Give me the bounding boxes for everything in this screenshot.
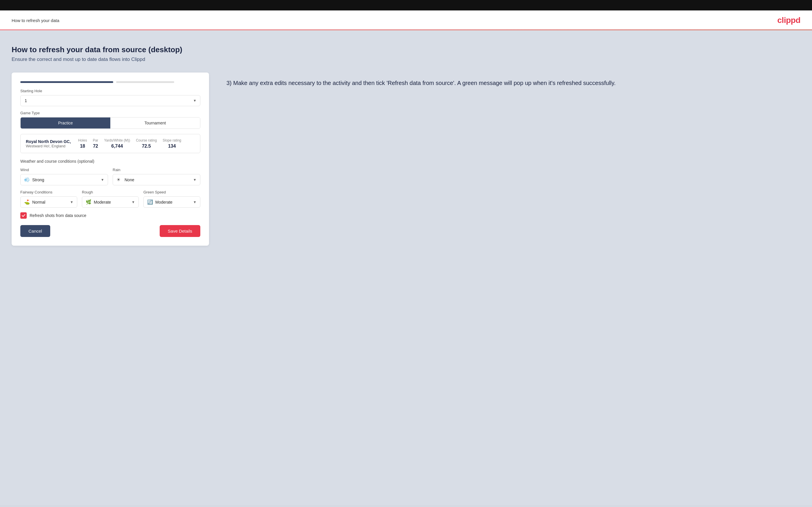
slope-rating-label: Slope rating (163, 138, 181, 143)
main-content: How to refresh your data from source (de… (0, 31, 812, 506)
course-rating-value: 72.5 (142, 144, 151, 149)
header-title: How to refresh your data (12, 18, 59, 23)
fairway-select[interactable]: Normal Soft Hard (32, 200, 73, 205)
page-subheading: Ensure the correct and most up to date d… (12, 57, 800, 62)
wind-icon: 💨 (24, 177, 30, 182)
fairway-group: Fairway Conditions ⛳ Normal Soft Hard ▼ (20, 190, 77, 208)
form-card: Starting Hole 1 10 ▼ Game Type Practice … (12, 72, 209, 246)
header: How to refresh your data clippd (0, 10, 812, 31)
stat-par: Par 72 (93, 138, 98, 149)
rough-select-wrapper[interactable]: 🌿 Moderate Light Heavy ▼ (82, 196, 139, 208)
wind-group: Wind 💨 Strong Light None ▼ (20, 168, 108, 185)
tournament-button[interactable]: Tournament (110, 117, 200, 128)
tab-stubs (20, 81, 200, 83)
rough-icon: 🌿 (86, 199, 92, 205)
green-speed-icon: 🔄 (147, 199, 153, 205)
stat-course-rating: Course rating 72.5 (136, 138, 157, 149)
rain-select-wrapper[interactable]: ☀ None Light Heavy ▼ (113, 174, 200, 185)
conditions-section-title: Weather and course conditions (optional) (20, 159, 200, 164)
save-button[interactable]: Save Details (160, 225, 200, 237)
fairway-rough-green-row: Fairway Conditions ⛳ Normal Soft Hard ▼ … (20, 190, 200, 208)
course-location: Westward Ho!, England (26, 144, 72, 148)
rough-label: Rough (82, 190, 139, 194)
starting-hole-select[interactable]: 1 10 (25, 98, 196, 103)
game-type-row: Game Type Practice Tournament (20, 111, 200, 129)
practice-button[interactable]: Practice (20, 117, 110, 128)
starting-hole-select-wrapper[interactable]: 1 10 ▼ (20, 95, 200, 106)
holes-label: Holes (78, 138, 87, 143)
course-stats: Holes 18 Par 72 Yards/White (M)) 6,744 C… (78, 138, 195, 149)
yards-label: Yards/White (M)) (104, 138, 130, 143)
rough-group: Rough 🌿 Moderate Light Heavy ▼ (82, 190, 139, 208)
par-value: 72 (93, 144, 98, 149)
rain-label: Rain (113, 168, 200, 172)
refresh-row: Refresh shots from data source (20, 212, 200, 219)
tab-stub-active (20, 81, 113, 83)
content-layout: Starting Hole 1 10 ▼ Game Type Practice … (12, 72, 800, 246)
rain-icon: ☀ (116, 177, 122, 182)
green-speed-select[interactable]: Moderate Slow Fast (155, 200, 197, 205)
fairway-icon: ⛳ (24, 199, 30, 205)
course-name: Royal North Devon GC, (26, 139, 72, 144)
rough-select[interactable]: Moderate Light Heavy (94, 200, 135, 205)
game-type-label: Game Type (20, 111, 200, 115)
course-name-location: Royal North Devon GC, Westward Ho!, Engl… (26, 139, 72, 148)
fairway-label: Fairway Conditions (20, 190, 77, 194)
top-bar (0, 0, 812, 10)
green-speed-label: Green Speed (143, 190, 200, 194)
checkmark-icon (21, 214, 26, 218)
footer: Copyright Clippd 2022 (0, 506, 812, 507)
refresh-label: Refresh shots from data source (30, 213, 86, 218)
green-speed-group: Green Speed 🔄 Moderate Slow Fast ▼ (143, 190, 200, 208)
slope-rating-value: 134 (168, 144, 176, 149)
logo: clippd (777, 16, 800, 25)
course-info-box: Royal North Devon GC, Westward Ho!, Engl… (20, 134, 200, 153)
holes-value: 18 (80, 144, 85, 149)
yards-value: 6,744 (111, 144, 123, 149)
rain-select[interactable]: None Light Heavy (124, 177, 197, 182)
starting-hole-label: Starting Hole (20, 89, 200, 93)
game-type-group: Game Type Practice Tournament (20, 111, 200, 129)
stat-slope-rating: Slope rating 134 (163, 138, 181, 149)
refresh-checkbox[interactable] (20, 212, 27, 219)
wind-select-wrapper[interactable]: 💨 Strong Light None ▼ (20, 174, 108, 185)
button-row: Cancel Save Details (20, 225, 200, 237)
wind-select[interactable]: Strong Light None (32, 177, 104, 182)
green-speed-select-wrapper[interactable]: 🔄 Moderate Slow Fast ▼ (143, 196, 200, 208)
fairway-select-wrapper[interactable]: ⛳ Normal Soft Hard ▼ (20, 196, 77, 208)
par-label: Par (93, 138, 98, 143)
course-rating-label: Course rating (136, 138, 157, 143)
stat-holes: Holes 18 (78, 138, 87, 149)
starting-hole-group: Starting Hole 1 10 ▼ (20, 89, 200, 106)
stat-yards: Yards/White (M)) 6,744 (104, 138, 130, 149)
tab-stub-inactive (116, 81, 174, 83)
game-type-toggle: Practice Tournament (20, 117, 200, 129)
page-heading: How to refresh your data from source (de… (12, 45, 800, 54)
wind-rain-row: Wind 💨 Strong Light None ▼ Rain ☀ (20, 168, 200, 185)
side-description: 3) Make any extra edits necessary to the… (226, 78, 800, 88)
cancel-button[interactable]: Cancel (20, 225, 50, 237)
rain-group: Rain ☀ None Light Heavy ▼ (113, 168, 200, 185)
side-text: 3) Make any extra edits necessary to the… (226, 72, 800, 88)
wind-label: Wind (20, 168, 108, 172)
